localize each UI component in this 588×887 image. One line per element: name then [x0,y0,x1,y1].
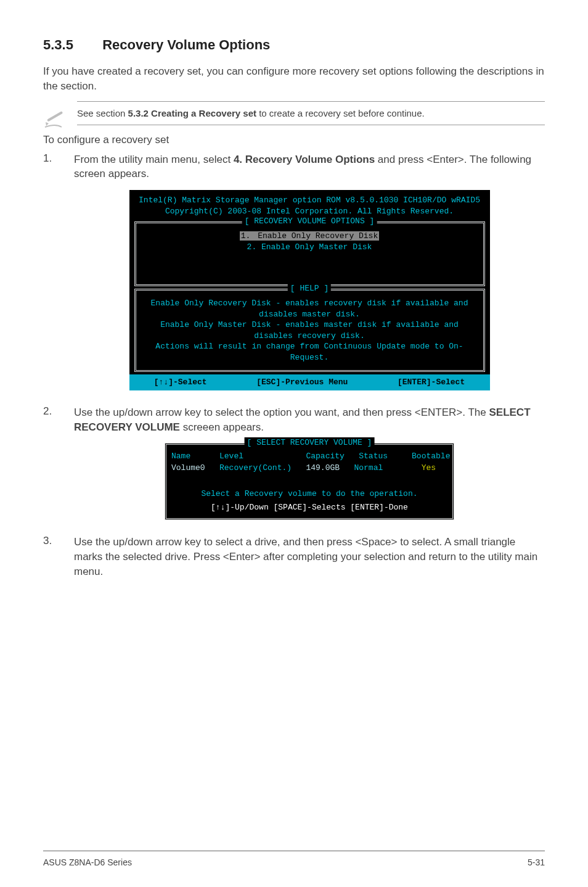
help-box-title: [ HELP ] [288,283,331,294]
option-1-line: 1. Enable Only Recovery Disk [142,231,477,242]
section-number: 5.3.5 [43,37,99,53]
note-bold: 5.3.2 Creating a Recovery set [128,108,256,118]
step-number: 1. [43,152,74,399]
note-block: See section 5.3.2 Creating a Recovery se… [43,101,545,129]
step-2: 2. Use the up/down arrow key to select t… [43,405,545,529]
option2-number: 2. [247,242,257,252]
footer-left: ASUS Z8NA-D6 Series [43,857,132,867]
terminal-screenshot-1: Intel(R) Matrix Storage Manager option R… [129,190,490,390]
select-recovery-keys: [↑↓]-Up/Down [SPACE]-Selects [ENTER]-Don… [171,502,447,513]
step1-bold: 4. Recovery Volume Options [234,154,375,165]
terminal1-header: Intel(R) Matrix Storage Manager option R… [129,190,490,219]
pencil-icon [43,101,77,129]
step2-before: Use the up/down arrow key to select the … [74,406,489,418]
step-1: 1. From the utility main menu, select 4.… [43,152,545,399]
footer-right: 5-31 [528,857,545,867]
option2-text: Enable Only Master Disk [256,242,372,252]
intro-paragraph: If you have created a recovery set, you … [43,64,545,94]
step-body: Use the up/down arrow key to select a dr… [74,535,545,579]
section-heading: 5.3.5 Recovery Volume Options [43,37,545,53]
table-columns: Name Level Capacity Status Bootable [171,451,447,462]
row-name: Volume0 [171,463,205,472]
help-box: [ HELP ] Enable Only Recovery Disk - ena… [134,289,485,372]
step1-before: From the utility main menu, select [74,154,234,165]
options-box-title: [ RECOVERY VOLUME OPTIONS ] [242,216,377,227]
footer-escape: [ESC]-Previous Menu [256,377,348,388]
table-row: Volume0 Recovery(Cont.) 149.0GB Normal Y… [171,463,447,474]
row-bootable: Yes [383,463,436,472]
row-status: Normal [340,463,383,472]
footer-enter: [ENTER]-Select [398,377,465,388]
options-box: [ RECOVERY VOLUME OPTIONS ] 1. Enable On… [134,221,485,286]
option1-text: Enable Only Recovery Disk [251,231,379,241]
page-footer: ASUS Z8NA-D6 Series 5-31 [43,851,545,867]
help-line5: Actions will result in change from Conti… [142,341,477,363]
step-3: 3. Use the up/down arrow key to select a… [43,535,545,579]
select-recovery-message: Select a Recovery volume to do the opera… [171,489,447,500]
help-line4: disables recovery disk. [142,331,477,342]
help-line2: disables master disk. [142,309,477,320]
note-suffix: to create a recovery set before continue… [256,108,425,118]
step2-after: screeen appears. [180,421,264,433]
terminal1-footer: [↑↓]-Select [ESC]-Previous Menu [ENTER]-… [129,374,490,390]
step-body: Use the up/down arrow key to select the … [74,405,545,529]
note-prefix: See section [77,108,128,118]
step-number: 3. [43,535,74,579]
row-capacity: 149.0GB [306,463,340,472]
footer-select: [↑↓]-Select [154,377,207,388]
note-text: See section 5.3.2 Creating a Recovery se… [77,101,545,125]
section-title: Recovery Volume Options [102,37,270,52]
pencil-note-icon [43,101,77,129]
steps-list: 1. From the utility main menu, select 4.… [43,152,545,579]
step-number: 2. [43,405,74,529]
option-2-line: 2. Enable Only Master Disk [142,242,477,253]
svg-rect-0 [47,111,63,122]
help-line3: Enable Only Master Disk - enables master… [142,320,477,331]
terminal1-header-line2: Copyright(C) 2003-08 Intel Corporation. … [132,206,488,217]
terminal1-header-line1: Intel(R) Matrix Storage Manager option R… [132,195,488,206]
svg-marker-1 [46,122,49,126]
option1-number: 1. [240,231,252,241]
select-recovery-box: [ SELECT RECOVERY VOLUME ] Name Level Ca… [165,443,454,520]
select-recovery-title: [ SELECT RECOVERY VOLUME ] [245,437,375,448]
configure-subheading: To configure a recovery set [43,134,545,146]
help-line1: Enable Only Recovery Disk - enables reco… [142,298,477,309]
step-body: From the utility main menu, select 4. Re… [74,152,545,399]
terminal-screenshot-2: [ SELECT RECOVERY VOLUME ] Name Level Ca… [165,443,454,520]
row-level: Recovery(Cont.) [205,463,306,472]
